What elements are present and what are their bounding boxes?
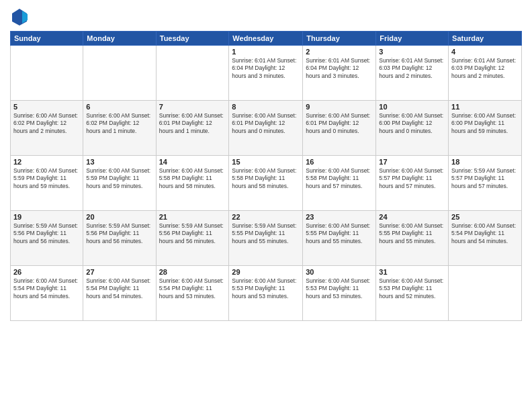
day-info: Sunrise: 6:00 AM Sunset: 6:02 PM Dayligh… <box>86 112 152 135</box>
day-cell <box>449 266 522 321</box>
day-cell: 9Sunrise: 6:00 AM Sunset: 6:01 PM Daylig… <box>303 101 376 156</box>
day-number: 21 <box>159 213 226 221</box>
day-cell: 16Sunrise: 6:00 AM Sunset: 5:58 PM Dayli… <box>303 156 376 211</box>
week-row-1: 1Sunrise: 6:01 AM Sunset: 6:04 PM Daylig… <box>11 46 522 101</box>
day-info: Sunrise: 5:59 AM Sunset: 5:55 PM Dayligh… <box>232 222 300 245</box>
day-info: Sunrise: 6:01 AM Sunset: 6:04 PM Dayligh… <box>232 57 300 80</box>
day-number: 17 <box>379 158 445 166</box>
day-cell: 27Sunrise: 6:00 AM Sunset: 5:54 PM Dayli… <box>83 266 156 321</box>
calendar: SundayMondayTuesdayWednesdayThursdayFrid… <box>10 31 522 321</box>
day-cell: 4Sunrise: 6:01 AM Sunset: 6:03 PM Daylig… <box>449 46 522 101</box>
weekday-header-row: SundayMondayTuesdayWednesdayThursdayFrid… <box>11 32 522 46</box>
day-cell: 7Sunrise: 6:00 AM Sunset: 6:01 PM Daylig… <box>156 101 229 156</box>
weekday-wednesday: Wednesday <box>229 32 303 46</box>
day-info: Sunrise: 5:59 AM Sunset: 5:57 PM Dayligh… <box>451 167 519 190</box>
day-cell: 19Sunrise: 5:59 AM Sunset: 5:56 PM Dayli… <box>11 211 83 266</box>
week-row-2: 5Sunrise: 6:00 AM Sunset: 6:02 PM Daylig… <box>11 101 522 156</box>
day-cell: 1Sunrise: 6:01 AM Sunset: 6:04 PM Daylig… <box>229 46 303 101</box>
header <box>10 7 522 26</box>
day-number: 23 <box>306 213 373 221</box>
day-number: 22 <box>232 213 300 221</box>
day-number: 18 <box>451 158 519 166</box>
day-info: Sunrise: 6:00 AM Sunset: 5:53 PM Dayligh… <box>379 277 445 300</box>
day-number: 27 <box>86 268 152 276</box>
day-info: Sunrise: 6:00 AM Sunset: 6:00 PM Dayligh… <box>451 112 519 135</box>
day-info: Sunrise: 6:00 AM Sunset: 6:00 PM Dayligh… <box>379 112 445 135</box>
day-info: Sunrise: 6:00 AM Sunset: 6:01 PM Dayligh… <box>232 112 300 135</box>
day-info: Sunrise: 6:00 AM Sunset: 6:01 PM Dayligh… <box>159 112 226 135</box>
day-info: Sunrise: 6:00 AM Sunset: 5:54 PM Dayligh… <box>451 222 519 245</box>
day-cell: 2Sunrise: 6:01 AM Sunset: 6:04 PM Daylig… <box>303 46 376 101</box>
day-number: 13 <box>86 158 152 166</box>
day-info: Sunrise: 6:00 AM Sunset: 6:02 PM Dayligh… <box>13 112 80 135</box>
day-number: 7 <box>159 103 226 111</box>
day-cell <box>156 46 229 101</box>
day-cell: 30Sunrise: 6:00 AM Sunset: 5:53 PM Dayli… <box>303 266 376 321</box>
day-number: 26 <box>13 268 80 276</box>
day-number: 10 <box>379 103 445 111</box>
weekday-friday: Friday <box>376 32 449 46</box>
day-cell: 28Sunrise: 6:00 AM Sunset: 5:54 PM Dayli… <box>156 266 229 321</box>
logo <box>10 7 32 26</box>
day-cell: 15Sunrise: 6:00 AM Sunset: 5:58 PM Dayli… <box>229 156 303 211</box>
day-info: Sunrise: 6:00 AM Sunset: 5:54 PM Dayligh… <box>159 277 226 300</box>
day-cell: 8Sunrise: 6:00 AM Sunset: 6:01 PM Daylig… <box>229 101 303 156</box>
weekday-thursday: Thursday <box>303 32 376 46</box>
day-cell: 12Sunrise: 6:00 AM Sunset: 5:59 PM Dayli… <box>11 156 83 211</box>
logo-icon <box>10 7 29 26</box>
day-info: Sunrise: 6:00 AM Sunset: 5:54 PM Dayligh… <box>86 277 152 300</box>
day-cell <box>83 46 156 101</box>
day-number: 30 <box>306 268 373 276</box>
day-cell: 5Sunrise: 6:00 AM Sunset: 6:02 PM Daylig… <box>11 101 83 156</box>
day-info: Sunrise: 6:00 AM Sunset: 5:59 PM Dayligh… <box>13 167 80 190</box>
day-number: 11 <box>451 103 519 111</box>
day-info: Sunrise: 5:59 AM Sunset: 5:56 PM Dayligh… <box>159 222 226 245</box>
page: SundayMondayTuesdayWednesdayThursdayFrid… <box>0 0 532 411</box>
day-number: 9 <box>306 103 373 111</box>
weekday-monday: Monday <box>83 32 156 46</box>
week-row-3: 12Sunrise: 6:00 AM Sunset: 5:59 PM Dayli… <box>11 156 522 211</box>
day-info: Sunrise: 6:00 AM Sunset: 5:55 PM Dayligh… <box>379 222 445 245</box>
day-number: 25 <box>451 213 519 221</box>
week-row-4: 19Sunrise: 5:59 AM Sunset: 5:56 PM Dayli… <box>11 211 522 266</box>
svg-marker-1 <box>22 11 28 24</box>
weekday-sunday: Sunday <box>11 32 83 46</box>
day-cell: 10Sunrise: 6:00 AM Sunset: 6:00 PM Dayli… <box>376 101 449 156</box>
weekday-saturday: Saturday <box>449 32 522 46</box>
day-number: 8 <box>232 103 300 111</box>
day-number: 28 <box>159 268 226 276</box>
day-cell: 22Sunrise: 5:59 AM Sunset: 5:55 PM Dayli… <box>229 211 303 266</box>
weekday-tuesday: Tuesday <box>156 32 229 46</box>
day-info: Sunrise: 6:00 AM Sunset: 5:55 PM Dayligh… <box>306 222 373 245</box>
day-number: 19 <box>13 213 80 221</box>
day-info: Sunrise: 6:00 AM Sunset: 5:54 PM Dayligh… <box>13 277 80 300</box>
day-info: Sunrise: 6:00 AM Sunset: 5:53 PM Dayligh… <box>306 277 373 300</box>
day-number: 16 <box>306 158 373 166</box>
day-number: 3 <box>379 48 445 56</box>
day-cell: 26Sunrise: 6:00 AM Sunset: 5:54 PM Dayli… <box>11 266 83 321</box>
day-cell: 18Sunrise: 5:59 AM Sunset: 5:57 PM Dayli… <box>449 156 522 211</box>
day-cell: 17Sunrise: 6:00 AM Sunset: 5:57 PM Dayli… <box>376 156 449 211</box>
day-info: Sunrise: 6:01 AM Sunset: 6:03 PM Dayligh… <box>379 57 445 80</box>
day-info: Sunrise: 5:59 AM Sunset: 5:56 PM Dayligh… <box>13 222 80 245</box>
day-info: Sunrise: 6:00 AM Sunset: 5:58 PM Dayligh… <box>159 167 226 190</box>
day-number: 6 <box>86 103 152 111</box>
day-cell: 13Sunrise: 6:00 AM Sunset: 5:59 PM Dayli… <box>83 156 156 211</box>
day-cell: 6Sunrise: 6:00 AM Sunset: 6:02 PM Daylig… <box>83 101 156 156</box>
day-info: Sunrise: 6:01 AM Sunset: 6:03 PM Dayligh… <box>451 57 519 80</box>
day-info: Sunrise: 5:59 AM Sunset: 5:56 PM Dayligh… <box>86 222 152 245</box>
day-number: 24 <box>379 213 445 221</box>
week-row-5: 26Sunrise: 6:00 AM Sunset: 5:54 PM Dayli… <box>11 266 522 321</box>
day-number: 12 <box>13 158 80 166</box>
day-number: 31 <box>379 268 445 276</box>
day-cell: 20Sunrise: 5:59 AM Sunset: 5:56 PM Dayli… <box>83 211 156 266</box>
day-number: 20 <box>86 213 152 221</box>
day-info: Sunrise: 6:00 AM Sunset: 6:01 PM Dayligh… <box>306 112 373 135</box>
day-cell: 29Sunrise: 6:00 AM Sunset: 5:53 PM Dayli… <box>229 266 303 321</box>
day-info: Sunrise: 6:01 AM Sunset: 6:04 PM Dayligh… <box>306 57 373 80</box>
day-number: 4 <box>451 48 519 56</box>
day-info: Sunrise: 6:00 AM Sunset: 5:58 PM Dayligh… <box>232 167 300 190</box>
day-number: 15 <box>232 158 300 166</box>
day-cell: 31Sunrise: 6:00 AM Sunset: 5:53 PM Dayli… <box>376 266 449 321</box>
day-info: Sunrise: 6:00 AM Sunset: 5:59 PM Dayligh… <box>86 167 152 190</box>
